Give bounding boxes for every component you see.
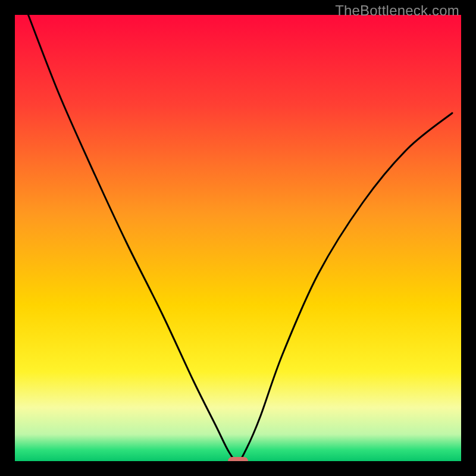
optimal-marker: [228, 457, 248, 461]
watermark-text: TheBottleneck.com: [335, 2, 459, 19]
plot-area: [15, 15, 461, 461]
plot-svg: [15, 15, 461, 461]
chart-frame: TheBottleneck.com: [0, 0, 476, 476]
gradient-background: [15, 15, 461, 461]
